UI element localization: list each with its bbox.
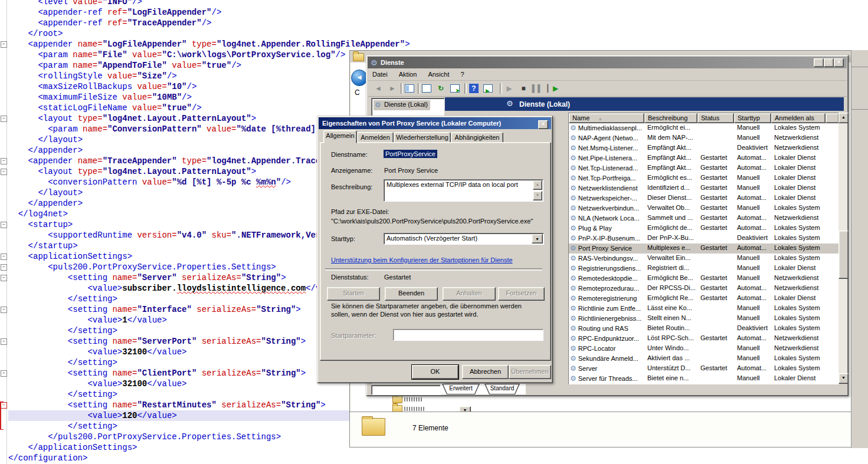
- service-gear-icon: ⚙: [570, 134, 577, 142]
- stop-button[interactable]: Beenden: [385, 287, 438, 301]
- fold-toggle-icon[interactable]: −: [1, 158, 7, 164]
- fold-toggle-icon[interactable]: −: [1, 254, 7, 260]
- menu-aktion[interactable]: Aktion: [394, 69, 422, 78]
- export-list-button[interactable]: ➤: [449, 83, 461, 94]
- startup-type-combobox[interactable]: Automatisch (Verzögerter Start) ▼: [384, 233, 544, 245]
- start-button: Starten: [327, 287, 380, 301]
- scroll-up-icon[interactable]: ▲: [533, 180, 542, 190]
- extended-view-button[interactable]: ▶: [482, 83, 494, 94]
- service-row[interactable]: ⚙NLA (Network Loca...Sammelt und ...Gest…: [569, 213, 839, 223]
- maximize-button[interactable]: □: [824, 58, 834, 67]
- service-row[interactable]: ⚙PnP-X-IP-Busenum...Der PnP-X-Bu...Deakt…: [569, 233, 839, 243]
- service-gear-icon: ⚙: [570, 154, 577, 162]
- service-row[interactable]: ⚙NetzwerklistendienstIdentifiziert d...G…: [569, 183, 839, 193]
- service-row[interactable]: ⚙Plug & PlayErmöglicht de...GestartetAut…: [569, 223, 839, 233]
- back-button[interactable]: ◄: [351, 70, 368, 86]
- fold-toggle-icon[interactable]: −: [1, 169, 7, 175]
- tab-allgemein[interactable]: Allgemein: [323, 130, 357, 143]
- tab-erweitert[interactable]: Erweitert: [442, 384, 480, 394]
- service-row[interactable]: ⚙Routing und RASBietet Routin...Deaktivi…: [569, 324, 839, 334]
- fold-toggle-icon[interactable]: −: [1, 307, 7, 313]
- back-button[interactable]: ◄: [372, 83, 384, 94]
- tab-wiederherstellung[interactable]: Wiederherstellung: [394, 132, 451, 143]
- service-gear-icon: ⚙: [570, 264, 577, 272]
- service-row[interactable]: ⚙Server für Threads...Bietet eine n...Ma…: [569, 374, 839, 383]
- service-row[interactable]: ⚙NAP-Agent (Netwo...Mit dem NAP-...Manue…: [569, 133, 839, 143]
- service-row[interactable]: ⚙Multimediaklassenpl...Ermöglicht ei...M…: [569, 123, 839, 133]
- fold-toggle-icon[interactable]: −: [1, 222, 7, 228]
- service-row[interactable]: ⚙Sekundäre Anmeld...Aktiviert das ...Man…: [569, 354, 839, 364]
- exe-path-label: Pfad zur EXE-Datei:: [331, 208, 389, 215]
- column-header-status[interactable]: Status: [697, 113, 734, 123]
- start-service-button[interactable]: ▶: [503, 83, 515, 94]
- service-row[interactable]: ⚙Richtlinie zum Entfe...Lässt eine Ko...…: [569, 304, 839, 314]
- chevron-down-icon[interactable]: ▼: [532, 234, 543, 243]
- bottom-text-field[interactable]: [371, 385, 441, 395]
- fold-toggle-icon[interactable]: −: [1, 116, 7, 122]
- column-header-name[interactable]: Name▲: [569, 113, 644, 123]
- service-row[interactable]: ⚙Remoteprozedurau...Der RPCSS-Di...Gesta…: [569, 284, 839, 294]
- scrollbar-thumb[interactable]: [838, 231, 849, 279]
- close-button[interactable]: ×: [834, 58, 844, 67]
- pause-service-button[interactable]: ▌▌: [532, 83, 543, 94]
- description-textarea[interactable]: Multiplexes external TCP/IP data on loca…: [384, 179, 543, 202]
- dialog-titlebar[interactable]: Eigenschaften von Port Proxy Service (Lo…: [319, 117, 551, 129]
- fold-toggle-icon[interactable]: −: [1, 402, 7, 409]
- code-line: </configuration>: [8, 453, 868, 463]
- folder-icon[interactable]: [392, 396, 402, 403]
- ok-button[interactable]: OK: [412, 365, 458, 379]
- scroll-up-button[interactable]: ▲: [838, 113, 849, 123]
- fold-toggle-icon[interactable]: −: [1, 41, 7, 48]
- column-header-beschreibung[interactable]: Beschreibung: [644, 113, 697, 123]
- tab-standard[interactable]: Standard: [484, 384, 520, 394]
- service-row[interactable]: ⚙ServerUnterstützt D...GestartetAutomat.…: [569, 364, 839, 374]
- startup-options-help-link[interactable]: Unterstützung beim Konfigurieren der Sta…: [331, 256, 513, 264]
- service-row[interactable]: ⚙RemoteregistrierungErmöglicht Re...Gest…: [569, 294, 839, 304]
- services-node-icon: ⚙: [375, 101, 381, 109]
- service-name-value[interactable]: PortProxyService: [384, 150, 437, 158]
- column-header-anmelden-als[interactable]: Anmelden als: [771, 113, 826, 123]
- forward-button[interactable]: ►: [386, 83, 398, 94]
- scroll-down-button[interactable]: ▼: [838, 373, 849, 384]
- service-row[interactable]: ⚙Netzwerkverbindun...Verwaltet Ob...Gest…: [569, 203, 839, 213]
- tab-anmelden[interactable]: Anmelden: [357, 132, 394, 143]
- service-row[interactable]: ⚙RPC-Endpunktzuor...Löst RPC-Sch...Gesta…: [569, 334, 839, 344]
- fold-toggle-icon[interactable]: −: [1, 370, 7, 377]
- show-console-tree-button[interactable]: [404, 83, 415, 94]
- restart-service-button[interactable]: ▏▶: [547, 83, 559, 94]
- service-row[interactable]: ⚙Netzwerkspeicher-...Dieser Dienst...Ges…: [569, 193, 839, 203]
- table-scrollbar[interactable]: ▲ ▼: [838, 113, 847, 384]
- refresh-button[interactable]: ↻: [435, 83, 447, 94]
- service-row[interactable]: ⚙Registrierungsdiens...Registriert di...…: [569, 264, 839, 274]
- fold-toggle-icon[interactable]: −: [1, 338, 7, 345]
- service-row-selected[interactable]: ⚙Port Proxy ServiceMultiplexes e...Gesta…: [569, 243, 839, 254]
- service-properties-dialog: Eigenschaften von Port Proxy Service (Lo…: [317, 116, 553, 383]
- service-row[interactable]: ⚙Net.Tcp-Portfreiga...Ermöglicht es...Ge…: [569, 173, 839, 183]
- startup-type-label: Starttyp:: [331, 235, 355, 242]
- scroll-down-icon[interactable]: ▼: [533, 191, 542, 200]
- apply-button: Übernehmen: [509, 365, 551, 379]
- tree-item-dienste-lokal[interactable]: ⚙ Dienste (Lokal): [374, 100, 430, 110]
- code-line: </root>: [8, 28, 868, 39]
- stop-service-button[interactable]: ■: [517, 83, 529, 94]
- service-row[interactable]: ⚙RPC-LocatorUnter Windo...ManuellNetzwer…: [569, 344, 839, 354]
- menu-ansicht[interactable]: Ansicht: [423, 69, 454, 78]
- service-row[interactable]: ⚙Richtlinienergebniss...Stellt einen N..…: [569, 314, 839, 324]
- close-icon[interactable]: ×: [538, 120, 548, 129]
- column-header-starttyp[interactable]: Starttyp: [734, 113, 771, 123]
- menu-datei[interactable]: Datei: [368, 69, 392, 78]
- tab-abhaengigkeiten[interactable]: Abhängigkeiten: [451, 132, 503, 143]
- properties-button[interactable]: [421, 83, 433, 94]
- fold-toggle-icon[interactable]: −: [1, 264, 7, 271]
- service-row[interactable]: ⚙RAS-Verbindungsv...Verwaltet Ein...Manu…: [569, 254, 839, 264]
- service-row[interactable]: ⚙Net.Pipe-Listenera...Empfängt Akt...Ges…: [569, 153, 839, 163]
- cancel-button[interactable]: Abbrechen: [462, 365, 509, 379]
- menu-help[interactable]: ?: [456, 69, 469, 78]
- minimize-button[interactable]: _: [814, 58, 824, 67]
- fold-toggle-icon[interactable]: −: [1, 275, 7, 281]
- service-row[interactable]: ⚙Remotedesktopdie...Ermöglicht Be...Gest…: [569, 274, 839, 284]
- service-row[interactable]: ⚙Net.Tcp-Listenerad...Empfängt Akt...Ges…: [569, 163, 839, 173]
- service-row[interactable]: ⚙Net.Msmq-Listener...Empfängt Akt...Deak…: [569, 143, 839, 153]
- services-titlebar[interactable]: ⚙ Dienste _ □ ×: [368, 57, 847, 68]
- help-button[interactable]: ?: [468, 83, 480, 94]
